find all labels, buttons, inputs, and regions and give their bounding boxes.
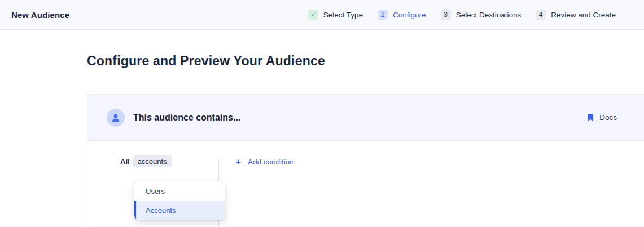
plus-icon: + [235, 157, 241, 167]
add-condition-label: Add condition [248, 158, 294, 166]
entity-dropdown-menu: Users Accounts [134, 181, 225, 220]
docs-link[interactable]: Docs [587, 113, 617, 122]
condition-prefix-label: All [120, 157, 130, 166]
page-title: New Audience [11, 10, 69, 20]
bookmark-icon [587, 113, 594, 122]
step-label: Configure [393, 11, 426, 19]
page-heading: Configure and Preview Your Audience [87, 54, 644, 69]
condition-builder: All accounts + Add condition Users Accou… [87, 141, 644, 226]
step-label: Select Destinations [456, 11, 522, 19]
step-number-badge: 3 [441, 10, 451, 20]
step-select-type[interactable]: ✓ Select Type [308, 10, 363, 20]
docs-label: Docs [599, 113, 617, 122]
step-label: Review and Create [551, 11, 616, 19]
step-configure[interactable]: 2 Configure [378, 10, 426, 20]
step-done-check-icon: ✓ [308, 10, 318, 20]
dropdown-option-users[interactable]: Users [134, 181, 225, 201]
add-condition-button[interactable]: + Add condition [235, 157, 294, 167]
wizard-stepper: ✓ Select Type 2 Configure 3 Select Desti… [308, 10, 616, 20]
step-number-badge: 2 [378, 10, 388, 20]
entity-select-pill[interactable]: accounts [133, 155, 172, 167]
step-number-badge: 4 [536, 10, 546, 20]
step-review-and-create[interactable]: 4 Review and Create [536, 10, 616, 20]
top-bar: New Audience ✓ Select Type 2 Configure 3… [0, 0, 644, 30]
main-content: Configure and Preview Your Audience This… [0, 54, 644, 226]
audience-panel-header: This audience contains... Docs [87, 95, 644, 141]
step-select-destinations[interactable]: 3 Select Destinations [441, 10, 522, 20]
condition-row: All accounts [120, 155, 172, 167]
user-avatar-icon [107, 109, 125, 127]
audience-panel: This audience contains... Docs All accou… [87, 94, 644, 226]
panel-title: This audience contains... [133, 113, 240, 123]
dropdown-option-accounts[interactable]: Accounts [134, 201, 225, 220]
step-label: Select Type [323, 11, 363, 19]
